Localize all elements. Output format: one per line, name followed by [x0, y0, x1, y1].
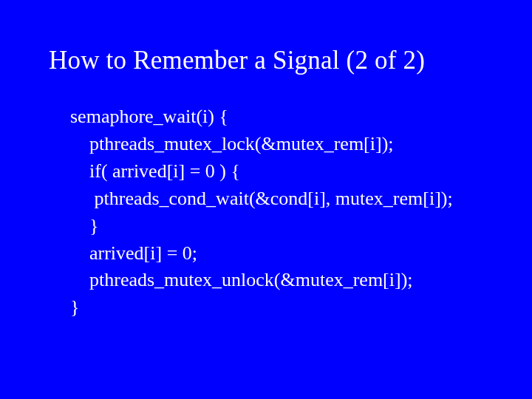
code-line: semaphore_wait(i) {: [70, 106, 228, 127]
code-line: pthreads_mutex_unlock(&mutex_rem[i]);: [70, 269, 413, 290]
code-line: pthreads_cond_wait(&cond[i], mutex_rem[i…: [70, 188, 453, 209]
code-line: }: [70, 215, 98, 236]
code-line: arrived[i] = 0;: [70, 242, 197, 264]
code-line: if( arrived[i] = 0 ) {: [70, 160, 240, 182]
slide-title: How to Remember a Signal (2 of 2): [0, 0, 532, 75]
code-line: pthreads_mutex_lock(&mutex_rem[i]);: [70, 133, 394, 154]
slide: How to Remember a Signal (2 of 2) semaph…: [0, 0, 532, 399]
slide-body: semaphore_wait(i) { pthreads_mutex_lock(…: [0, 75, 532, 321]
code-line: }: [70, 296, 79, 318]
